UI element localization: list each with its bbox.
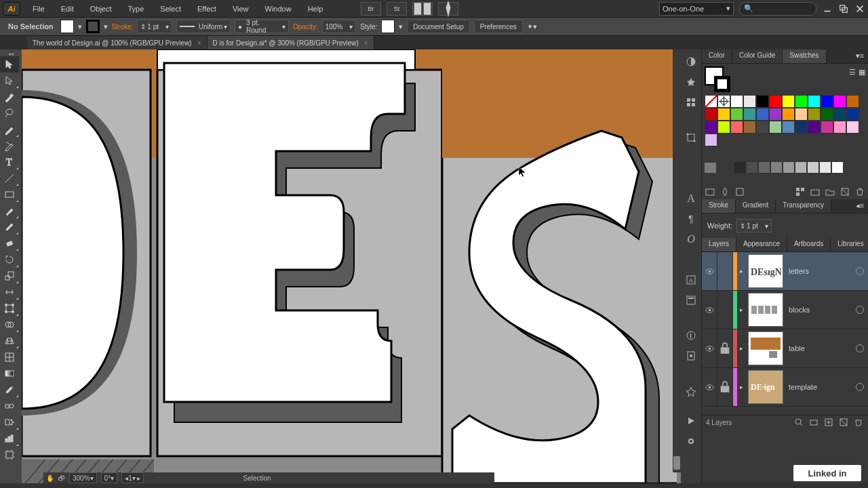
swatch[interactable] (833, 121, 846, 134)
swatch-registration[interactable] (717, 95, 730, 108)
transparency-tab[interactable]: Transparency (776, 199, 831, 213)
paragraph-panel-icon[interactable]: ¶ (684, 212, 698, 226)
zoom-tool-icon[interactable]: 🗗 (58, 474, 65, 482)
swatch[interactable] (705, 134, 717, 146)
menu-edit[interactable]: Edit (54, 2, 81, 16)
swatch[interactable] (705, 121, 717, 134)
app-logo[interactable]: Ai (3, 2, 20, 16)
gray-swatch[interactable] (819, 161, 831, 174)
swatch[interactable] (795, 95, 808, 108)
new-swatch-icon[interactable] (840, 186, 850, 197)
expand-toggle[interactable]: ▸ (737, 345, 745, 352)
arrange-docs-icon[interactable] (412, 2, 433, 16)
new-folder-icon[interactable] (825, 186, 835, 197)
layer-row[interactable]: ▸ table (702, 329, 868, 368)
swatch[interactable] (730, 95, 743, 108)
layer-row[interactable]: ▸ blocks (702, 291, 868, 329)
play-icon[interactable] (684, 414, 698, 428)
folder-icon[interactable] (705, 163, 716, 173)
swatch-none[interactable] (705, 95, 717, 108)
layer-row[interactable]: ▸ DE·ign template (702, 368, 868, 407)
delete-layer-icon[interactable] (853, 417, 864, 428)
swatch[interactable] (743, 108, 756, 121)
menu-select[interactable]: Select (153, 2, 188, 16)
stroke-profile-dropdown[interactable]: ●3 pt. Round▾ (235, 20, 289, 33)
transform-panel-icon[interactable] (684, 131, 698, 144)
zoom-dropdown[interactable]: 300% ▾ (69, 472, 97, 483)
align-icon[interactable]: ✦▾ (527, 22, 538, 31)
artboard-nav[interactable]: ◂ 1 ▾ ▸ (121, 472, 144, 483)
gray-swatch[interactable] (831, 161, 844, 174)
swatch[interactable] (821, 121, 833, 134)
swatch[interactable] (717, 108, 730, 121)
swatch[interactable] (821, 108, 833, 121)
toolbox-collapse[interactable]: ◂◂ (0, 51, 22, 56)
layer-name[interactable]: letters (786, 267, 856, 275)
grid-view-icon[interactable]: ▦ (859, 68, 865, 77)
glyphs-panel-icon[interactable]: A (684, 273, 698, 287)
stroke-weight-field[interactable]: ⇕1 pt▾ (736, 219, 772, 232)
panel-menu-icon[interactable]: ▾≡ (852, 49, 868, 63)
preferences-button[interactable]: Preferences (474, 20, 523, 33)
menu-effect[interactable]: Effect (191, 2, 223, 16)
swatch[interactable] (833, 108, 846, 121)
bridge-icon[interactable]: Br (361, 2, 381, 16)
width-tool[interactable] (0, 284, 19, 300)
swatch[interactable] (821, 95, 833, 108)
menu-view[interactable]: View (226, 2, 256, 16)
swatch[interactable] (846, 108, 859, 121)
opacity-dropdown[interactable]: 100%▾ (322, 20, 357, 33)
artboards-tab[interactable]: Artboards (787, 238, 831, 251)
rotation-dropdown[interactable]: 0° ▾ (101, 472, 118, 483)
close-tab-icon[interactable]: × (364, 39, 368, 47)
visibility-toggle[interactable] (702, 329, 717, 367)
color-panel-icon[interactable] (684, 55, 698, 68)
layer-name[interactable]: table (786, 344, 856, 352)
swatch[interactable] (756, 121, 769, 134)
swatch[interactable] (730, 108, 743, 121)
swatch[interactable] (743, 95, 756, 108)
lock-toggle[interactable] (717, 368, 733, 406)
swatch[interactable] (833, 95, 846, 108)
swatch[interactable] (756, 108, 769, 121)
gray-swatch[interactable] (783, 161, 795, 174)
minimize-icon[interactable] (822, 4, 833, 14)
clipping-mask-icon[interactable] (808, 417, 819, 428)
lasso-tool[interactable] (0, 105, 19, 121)
swatch[interactable] (846, 121, 859, 134)
lock-toggle[interactable] (717, 329, 733, 367)
actions-panel-icon[interactable] (684, 293, 698, 307)
menu-file[interactable]: File (26, 2, 52, 16)
swatch-kind-icon[interactable] (719, 186, 730, 197)
stroke-weight-dropdown[interactable]: ⇕1 pt▾ (137, 20, 172, 33)
blend-tool[interactable] (0, 398, 19, 414)
fill-stroke-control[interactable] (705, 66, 730, 92)
fill-color-control[interactable] (60, 20, 74, 33)
expand-toggle[interactable]: ▸ (737, 268, 745, 274)
trash-icon[interactable] (854, 186, 865, 197)
artboard-tool[interactable] (0, 447, 19, 463)
swatches-panel-icon[interactable] (684, 96, 698, 109)
close-tab-icon[interactable]: × (197, 39, 201, 47)
stroke-variable-dropdown[interactable]: Uniform▾ (176, 20, 231, 33)
tab-d-is-for-design[interactable]: D is for Design.ai* @ 300% (RGB/GPU Prev… (208, 36, 374, 49)
paintbrush-tool[interactable] (0, 203, 19, 219)
locate-object-icon[interactable] (793, 417, 804, 428)
target-icon[interactable] (856, 383, 864, 391)
gray-swatch[interactable] (734, 161, 746, 174)
navigator-icon[interactable] (684, 384, 698, 398)
perspective-grid-tool[interactable] (0, 333, 19, 349)
canvas[interactable]: ✋ 🗗 300% ▾ 0° ▾ ◂ 1 ▾ ▸ Selection (22, 49, 681, 483)
symbol-sprayer-tool[interactable] (0, 414, 19, 430)
swatch[interactable] (846, 95, 859, 108)
gray-swatch[interactable] (770, 161, 783, 174)
swatch[interactable] (769, 121, 782, 134)
target-icon[interactable] (856, 306, 864, 314)
swatch[interactable] (782, 95, 795, 108)
panel-menu-icon[interactable]: ◂≡ (852, 199, 868, 213)
selection-tool[interactable] (0, 56, 19, 73)
gradient-tool[interactable] (0, 365, 19, 382)
workspace-dropdown[interactable]: One-on-One▾ (659, 2, 734, 16)
appearance-tab[interactable]: Appearance (736, 238, 787, 251)
gpu-icon[interactable] (438, 2, 458, 16)
